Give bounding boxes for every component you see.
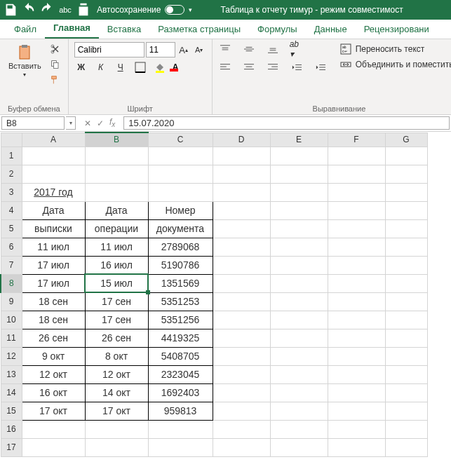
cell-D14[interactable] (213, 383, 270, 402)
cell-F4[interactable] (328, 201, 385, 219)
qat-dropdown-icon[interactable]: ▾ (189, 6, 192, 13)
cell-D11[interactable] (213, 329, 270, 347)
cell-G7[interactable] (385, 256, 427, 274)
cell-A7[interactable]: 17 июл (22, 256, 85, 274)
cell-G12[interactable] (385, 347, 427, 365)
cell-E12[interactable] (270, 347, 328, 365)
cell-E15[interactable] (270, 402, 328, 420)
cell-A12[interactable]: 9 окт (22, 347, 85, 365)
save-icon[interactable] (3, 2, 18, 18)
tab-home[interactable]: Главная (45, 18, 99, 39)
row-header-9[interactable]: 9 (1, 292, 22, 311)
cell-D5[interactable] (213, 219, 270, 238)
col-header-D[interactable]: D (213, 132, 270, 147)
cell-C15[interactable]: 959813 (148, 402, 213, 420)
cell-F12[interactable] (328, 347, 385, 365)
align-bottom-icon[interactable] (266, 42, 280, 56)
cell-C7[interactable]: 5190786 (148, 256, 213, 274)
cell-G11[interactable] (385, 329, 427, 347)
cell-G10[interactable] (385, 311, 427, 329)
col-header-G[interactable]: G (385, 132, 427, 147)
cell-D12[interactable] (213, 347, 270, 365)
cell-G16[interactable] (385, 420, 427, 438)
cancel-formula-icon[interactable]: ✕ (84, 118, 91, 128)
tab-page-layout[interactable]: Разметка страницы (149, 20, 249, 39)
cell-G6[interactable] (385, 238, 427, 256)
font-size-combo[interactable] (146, 42, 175, 57)
increase-font-icon[interactable]: A▴ (177, 43, 191, 57)
cell-C8[interactable]: 1351569 (148, 274, 213, 292)
cell-A11[interactable]: 26 сен (22, 329, 85, 347)
cell-G5[interactable] (385, 219, 427, 238)
align-middle-icon[interactable] (242, 42, 256, 56)
row-header-1[interactable]: 1 (1, 147, 22, 165)
cell-B8[interactable]: 15 июл (85, 274, 148, 292)
cell-F13[interactable] (328, 365, 385, 383)
cell-E8[interactable] (270, 274, 328, 292)
cell-D15[interactable] (213, 402, 270, 420)
cell-F2[interactable] (328, 165, 385, 183)
cell-A17[interactable] (22, 438, 85, 456)
cut-icon[interactable] (48, 42, 62, 56)
row-header-2[interactable]: 2 (1, 165, 22, 183)
decrease-font-icon[interactable]: A▾ (192, 43, 206, 57)
cell-A8[interactable]: 17 июл (22, 274, 85, 292)
cell-A5[interactable]: выписки (22, 219, 85, 238)
cell-D17[interactable] (213, 438, 270, 456)
cell-D1[interactable] (213, 147, 270, 165)
border-icon[interactable] (133, 60, 147, 74)
tab-formulas[interactable]: Формулы (249, 20, 306, 39)
cell-C9[interactable]: 5351253 (148, 292, 213, 311)
cell-E1[interactable] (270, 147, 328, 165)
cell-E4[interactable] (270, 201, 328, 219)
cell-B16[interactable] (85, 420, 148, 438)
col-header-A[interactable]: A (22, 132, 85, 147)
cell-G4[interactable] (385, 201, 427, 219)
cell-E3[interactable] (270, 183, 328, 201)
cell-G14[interactable] (385, 383, 427, 402)
row-header-17[interactable]: 17 (1, 438, 22, 456)
cell-C6[interactable]: 2789068 (148, 238, 213, 256)
cell-C12[interactable]: 5408705 (148, 347, 213, 365)
formula-bar[interactable]: 15.07.2020 (123, 116, 450, 130)
col-header-E[interactable]: E (270, 132, 328, 147)
cell-A1[interactable] (22, 147, 85, 165)
cell-C5[interactable]: документа (148, 219, 213, 238)
cell-F15[interactable] (328, 402, 385, 420)
cell-F10[interactable] (328, 311, 385, 329)
cell-D7[interactable] (213, 256, 270, 274)
row-header-4[interactable]: 4 (1, 201, 22, 219)
align-left-icon[interactable] (218, 60, 232, 74)
row-header-8[interactable]: 8 (1, 274, 22, 292)
tab-review[interactable]: Рецензировани (356, 20, 438, 39)
fx-icon[interactable]: fx (109, 117, 115, 128)
cell-F11[interactable] (328, 329, 385, 347)
cell-E11[interactable] (270, 329, 328, 347)
spellcheck-icon[interactable]: abc (58, 2, 73, 18)
cell-D2[interactable] (213, 165, 270, 183)
row-header-14[interactable]: 14 (1, 383, 22, 402)
cell-E5[interactable] (270, 219, 328, 238)
tab-file[interactable]: Файл (6, 20, 45, 39)
cell-A6[interactable]: 11 июл (22, 238, 85, 256)
cell-B12[interactable]: 8 окт (85, 347, 148, 365)
cell-G3[interactable] (385, 183, 427, 201)
align-right-icon[interactable] (266, 60, 280, 74)
cell-F16[interactable] (328, 420, 385, 438)
cell-F3[interactable] (328, 183, 385, 201)
cell-E13[interactable] (270, 365, 328, 383)
paste-button[interactable]: Вставить ▾ (6, 42, 44, 79)
cell-G13[interactable] (385, 365, 427, 383)
autosave-toggle[interactable]: Автосохранение (97, 5, 184, 15)
undo-icon[interactable] (21, 2, 36, 18)
cell-B14[interactable]: 14 окт (85, 383, 148, 402)
col-header-F[interactable]: F (328, 132, 385, 147)
name-box[interactable]: B8 (1, 116, 65, 130)
cell-A9[interactable]: 18 сен (22, 292, 85, 311)
cell-F7[interactable] (328, 256, 385, 274)
tab-data[interactable]: Данные (306, 20, 356, 39)
cell-C13[interactable]: 2323045 (148, 365, 213, 383)
cell-G17[interactable] (385, 438, 427, 456)
cell-E17[interactable] (270, 438, 328, 456)
cell-F14[interactable] (328, 383, 385, 402)
